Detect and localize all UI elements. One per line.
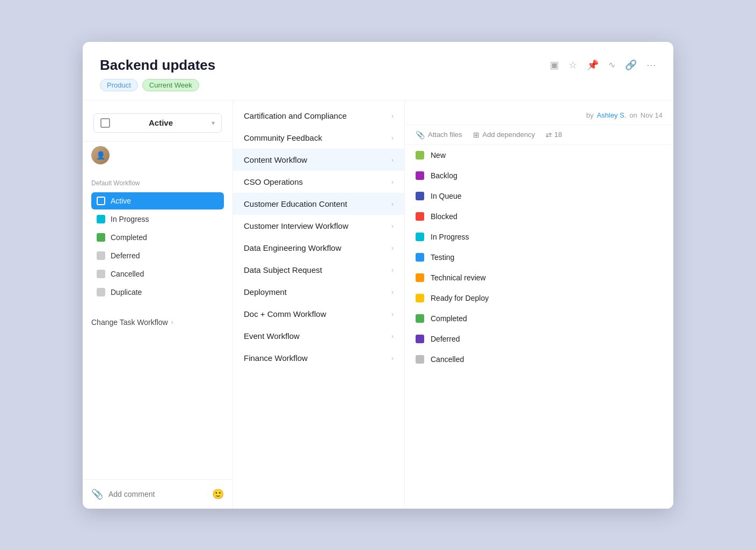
status-button[interactable]: Active ▾ — [93, 113, 222, 133]
paperclip-icon[interactable]: 📎 — [91, 488, 103, 500]
status-dot-inprogress — [416, 233, 424, 241]
date-prefix: on — [629, 111, 637, 119]
mid-chevron-icon: › — [391, 266, 394, 274]
mid-chevron-icon: › — [391, 178, 394, 186]
mid-chevron-icon: › — [391, 288, 394, 296]
mid-chevron-icon: › — [391, 134, 394, 142]
workflow-icon-active — [97, 197, 105, 205]
status-option-readydeploy[interactable]: Ready for Deploy — [405, 288, 673, 308]
more-icon[interactable]: ⋯ — [646, 59, 656, 71]
workflow-icon-duplicate — [97, 288, 105, 296]
workflow-item-label: In Progress — [111, 215, 149, 223]
status-option-new[interactable]: New — [405, 145, 673, 165]
workflow-item-completed[interactable]: Completed — [91, 229, 224, 246]
mid-item-customer-interview[interactable]: Customer Interview Workflow › — [233, 215, 404, 237]
status-option-completed[interactable]: Completed — [405, 308, 673, 329]
mid-item-cso[interactable]: CSO Operations › — [233, 171, 404, 193]
comment-input[interactable] — [108, 490, 207, 498]
attach-files-btn[interactable]: 📎 Attach files — [416, 131, 462, 139]
pin-icon[interactable]: 📌 — [587, 59, 599, 71]
tag-week[interactable]: Current Week — [142, 79, 199, 91]
mid-item-certification[interactable]: Cartification and Compliance › — [233, 105, 404, 127]
workflow-item-duplicate[interactable]: Duplicate — [91, 284, 224, 301]
mid-item-label: Community Feedback — [244, 133, 322, 142]
status-option-inprogress[interactable]: In Progress — [405, 227, 673, 247]
status-label: Completed — [431, 314, 467, 323]
calendar-icon[interactable]: ▣ — [550, 59, 559, 71]
status-option-testing[interactable]: Testing — [405, 247, 673, 267]
workflow-section: Default Workflow Active In Progress Comp… — [83, 171, 232, 310]
change-workflow-arrow-icon: › — [171, 319, 173, 326]
status-option-deferred[interactable]: Deferred — [405, 329, 673, 349]
mid-item-doc-comm[interactable]: Doc + Comm Workflow › — [233, 303, 404, 325]
status-option-backlog[interactable]: Backlog — [405, 165, 673, 186]
tag-product[interactable]: Product — [100, 79, 138, 91]
workflow-item-label: Cancelled — [111, 270, 144, 278]
status-dot-testing — [416, 253, 424, 262]
link-icon[interactable]: 🔗 — [625, 59, 637, 71]
status-dot-completed — [416, 314, 424, 323]
count-value: 18 — [554, 131, 562, 139]
workflow-item-cancelled[interactable]: Cancelled — [91, 265, 224, 283]
status-label: Backlog — [431, 171, 457, 180]
right-top: by Ashley S. on Nov 14 — [405, 105, 673, 125]
workflow-label: Default Workflow — [91, 179, 224, 187]
mid-chevron-icon: › — [391, 156, 394, 164]
rss-icon[interactable]: ∿ — [608, 60, 615, 70]
status-label: In Progress — [431, 233, 469, 241]
workflow-item-inprogress[interactable]: In Progress — [91, 211, 224, 228]
status-btn-label: Active — [115, 118, 206, 127]
status-label: Technical review — [431, 273, 486, 282]
mid-item-event[interactable]: Event Workflow › — [233, 325, 404, 347]
mid-chevron-icon: › — [391, 112, 394, 120]
main-card: Backend updates Product Current Week ▣ ☆… — [83, 42, 673, 509]
mid-item-customer-edu[interactable]: Customer Education Content › — [233, 193, 404, 215]
mid-chevron-icon: › — [391, 354, 394, 362]
change-workflow-btn[interactable]: Change Task Workflow › — [83, 313, 232, 332]
mid-item-data-subject[interactable]: Data Subject Request › — [233, 259, 404, 281]
emoji-icon[interactable]: 🙂 — [212, 488, 224, 500]
status-label: Cancelled — [431, 355, 464, 364]
mid-item-content-workflow[interactable]: Content Workflow › — [233, 149, 404, 171]
mid-chevron-icon: › — [391, 332, 394, 340]
add-dependency-btn[interactable]: ⊞ Add dependency — [473, 131, 535, 139]
status-label: Testing — [431, 253, 454, 262]
status-dot-new — [416, 151, 424, 160]
status-option-cancelled[interactable]: Cancelled — [405, 349, 673, 370]
dependency-icon: ⊞ — [473, 131, 479, 139]
status-dot-backlog — [416, 171, 424, 180]
status-label: Deferred — [431, 335, 460, 343]
status-option-techreview[interactable]: Technical review — [405, 267, 673, 288]
status-label: New — [431, 151, 446, 160]
workflow-icon-deferred — [97, 251, 105, 260]
status-selector: Active ▾ — [83, 100, 232, 142]
mid-chevron-icon: › — [391, 310, 394, 318]
status-dot-blocked — [416, 212, 424, 221]
add-dependency-label: Add dependency — [483, 131, 535, 139]
workflow-icon-inprogress — [97, 215, 105, 223]
header: Backend updates Product Current Week ▣ ☆… — [83, 42, 673, 100]
dependency-count: ⇄ 18 — [546, 131, 562, 139]
mid-item-label: Customer Interview Workflow — [244, 221, 348, 230]
change-workflow-label: Change Task Workflow — [91, 318, 168, 327]
mid-item-data-eng[interactable]: Data Engineering Workflow › — [233, 237, 404, 259]
mid-item-label: CSO Operations — [244, 177, 303, 186]
mid-item-deployment[interactable]: Deployment › — [233, 281, 404, 303]
status-option-blocked[interactable]: Blocked — [405, 206, 673, 227]
status-btn-icon — [100, 118, 110, 128]
star-icon[interactable]: ☆ — [569, 59, 577, 71]
mid-item-finance[interactable]: Finance Workflow › — [233, 347, 404, 369]
author-prefix: by — [586, 111, 594, 119]
mid-item-community[interactable]: Community Feedback › — [233, 127, 404, 149]
author-name: Ashley S. — [597, 111, 626, 119]
mid-item-label: Event Workflow — [244, 331, 300, 341]
header-icons: ▣ ☆ 📌 ∿ 🔗 ⋯ — [550, 59, 656, 71]
middle-panel: Cartification and Compliance › Community… — [233, 100, 405, 509]
mid-item-label: Deployment — [244, 287, 287, 296]
status-option-inqueue[interactable]: In Queue — [405, 186, 673, 206]
attach-row: 📎 Attach files ⊞ Add dependency ⇄ 18 — [405, 125, 673, 145]
workflow-item-deferred[interactable]: Deferred — [91, 247, 224, 264]
status-label: In Queue — [431, 192, 462, 200]
workflow-item-active[interactable]: Active — [91, 192, 224, 209]
status-dot-techreview — [416, 273, 424, 282]
